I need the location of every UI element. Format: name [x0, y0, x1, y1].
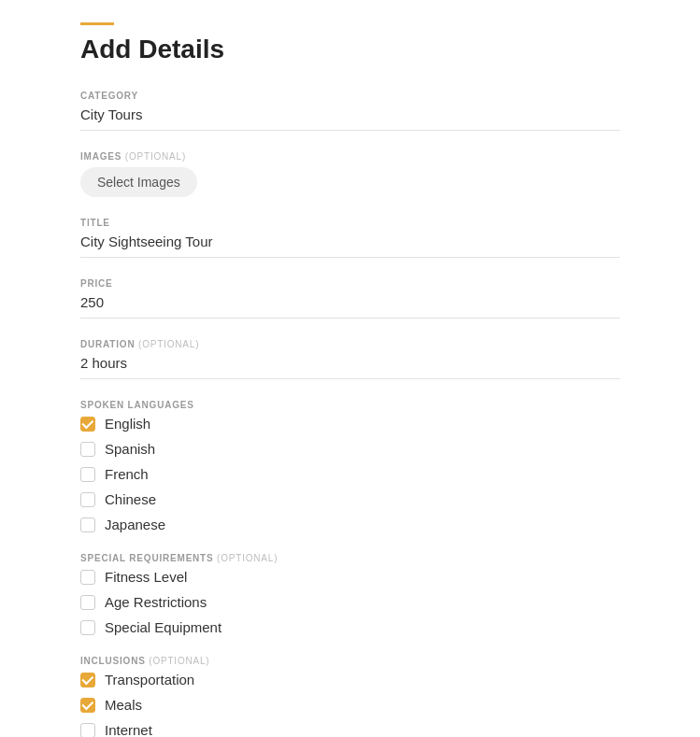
checkbox-meals-label: Meals	[105, 697, 142, 713]
checkbox-chinese-box[interactable]	[80, 492, 95, 507]
checkbox-meals-box[interactable]	[80, 698, 95, 713]
checkbox-meals[interactable]: Meals	[80, 697, 620, 713]
duration-label: DURATION (OPTIONAL)	[80, 339, 620, 349]
page-container: Add Details CATEGORY City Tours IMAGES (…	[0, 0, 700, 737]
special-requirements-label: SPECIAL REQUIREMENTS (OPTIONAL)	[80, 553, 620, 563]
inclusions-label: INCLUSIONS (OPTIONAL)	[80, 656, 620, 666]
checkbox-chinese-label: Chinese	[105, 491, 156, 507]
inclusions-section: INCLUSIONS (OPTIONAL) Transportation Mea…	[80, 656, 620, 737]
checkbox-special-equipment-box[interactable]	[80, 620, 95, 635]
checkbox-internet[interactable]: Internet	[80, 722, 620, 737]
checkbox-transportation-box[interactable]	[80, 673, 95, 687]
checkbox-fitness-level-label: Fitness Level	[105, 569, 187, 585]
price-label: PRICE	[80, 278, 620, 289]
checkbox-chinese[interactable]: Chinese	[80, 491, 620, 507]
spoken-languages-checkboxes: English Spanish French Chinese Japanese	[80, 416, 620, 532]
checkbox-japanese-box[interactable]	[80, 517, 95, 532]
title-field: TITLE City Sightseeing Tour	[80, 218, 620, 258]
checkbox-french-label: French	[105, 466, 149, 482]
checkbox-french[interactable]: French	[80, 466, 620, 482]
checkbox-special-equipment-label: Special Equipment	[105, 619, 221, 635]
category-label: CATEGORY	[80, 91, 620, 101]
checkbox-internet-box[interactable]	[80, 723, 95, 738]
inclusions-checkboxes: Transportation Meals Internet Souvenirs	[80, 672, 620, 737]
checkbox-spanish[interactable]: Spanish	[80, 441, 620, 457]
price-field: PRICE 250	[80, 278, 620, 319]
checkbox-transportation[interactable]: Transportation	[80, 672, 620, 687]
checkbox-age-restrictions[interactable]: Age Restrictions	[80, 594, 620, 610]
checkbox-age-restrictions-label: Age Restrictions	[105, 594, 207, 610]
special-requirements-checkboxes: Fitness Level Age Restrictions Special E…	[80, 569, 620, 635]
category-field: CATEGORY City Tours	[80, 91, 620, 131]
duration-value: 2 hours	[80, 355, 620, 379]
category-value: City Tours	[80, 106, 620, 131]
title-value: City Sightseeing Tour	[80, 234, 620, 258]
checkbox-english-box[interactable]	[80, 417, 95, 432]
checkbox-japanese-label: Japanese	[105, 517, 165, 532]
checkbox-japanese[interactable]: Japanese	[80, 517, 620, 532]
special-requirements-section: SPECIAL REQUIREMENTS (OPTIONAL) Fitness …	[80, 553, 620, 635]
title-accent	[80, 22, 114, 25]
images-field: IMAGES (OPTIONAL) Select Images	[80, 151, 620, 197]
spoken-languages-label: SPOKEN LANGUAGES	[80, 400, 620, 410]
images-label: IMAGES (OPTIONAL)	[80, 151, 620, 162]
title-label: TITLE	[80, 218, 620, 228]
page-title: Add Details	[80, 35, 620, 64]
checkbox-french-box[interactable]	[80, 467, 95, 482]
checkbox-fitness-level[interactable]: Fitness Level	[80, 569, 620, 585]
spoken-languages-section: SPOKEN LANGUAGES English Spanish French …	[80, 400, 620, 532]
checkbox-english-label: English	[105, 416, 150, 432]
select-images-button[interactable]: Select Images	[80, 167, 197, 197]
checkbox-fitness-level-box[interactable]	[80, 570, 95, 585]
checkbox-internet-label: Internet	[105, 722, 152, 737]
checkbox-special-equipment[interactable]: Special Equipment	[80, 619, 620, 635]
checkbox-spanish-box[interactable]	[80, 442, 95, 457]
duration-field: DURATION (OPTIONAL) 2 hours	[80, 339, 620, 379]
checkbox-transportation-label: Transportation	[105, 672, 194, 687]
checkbox-spanish-label: Spanish	[105, 441, 155, 457]
checkbox-english[interactable]: English	[80, 416, 620, 432]
checkbox-age-restrictions-box[interactable]	[80, 595, 95, 610]
price-value: 250	[80, 294, 620, 319]
